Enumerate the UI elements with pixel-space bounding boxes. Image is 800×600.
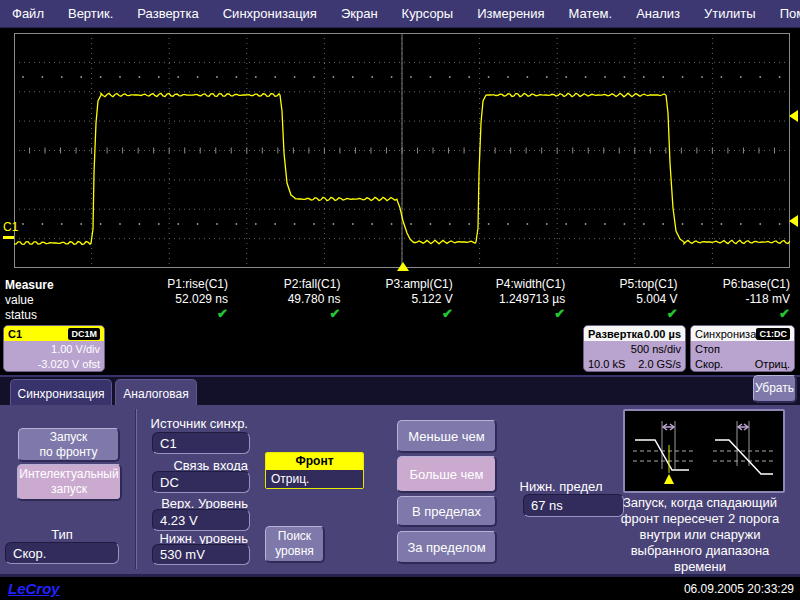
channel-vdiv: 1.00 V/div — [8, 342, 100, 357]
source-label: Источник синхр. — [130, 416, 248, 431]
measure-status-check-icon: ✔ — [680, 306, 790, 321]
slope-value: Отриц. — [266, 470, 363, 488]
trigger-description-line: Запуск, когда спадающий — [600, 495, 800, 511]
menu-item-1[interactable]: Файл — [12, 6, 44, 21]
measure-label: P6:base(C1) — [680, 277, 790, 292]
menu-item-8[interactable]: Матем. — [569, 6, 613, 21]
status-row-header: status — [5, 308, 37, 322]
smart-trigger-button[interactable]: Интелектуальный запуск — [17, 464, 122, 501]
trigger-position-arrow-icon[interactable] — [397, 262, 409, 271]
measure-status-check-icon: ✔ — [230, 306, 340, 321]
smart-trigger-dialog: Запуск по фронту Интелектуальный запуск … — [0, 405, 800, 577]
trigger-descriptor[interactable]: Синхрониза C1:DC Стоп Скор. Отриц. — [690, 325, 795, 372]
menu-item-11[interactable]: Помощь — [780, 6, 800, 21]
range-button-1[interactable]: Меньше чем — [397, 420, 497, 453]
trigger-description-line: внутри или снаружи — [600, 527, 800, 543]
measure-label: P4:width(C1) — [455, 277, 565, 292]
slew-rate-diagram — [623, 409, 785, 493]
tab-analog[interactable]: Аналоговая — [115, 379, 197, 407]
trigger-type: Скор. — [695, 357, 723, 372]
menu-item-5[interactable]: Экран — [341, 6, 378, 21]
slope-label: Фронт — [266, 453, 363, 470]
menu-item-9[interactable]: Анализ — [636, 6, 680, 21]
waveform-plot — [14, 33, 790, 268]
trigger-description: Запуск, когда спадающийфронт пересечет 2… — [600, 495, 800, 575]
timebase-title: Развертка — [588, 328, 643, 340]
slope-selector[interactable]: Фронт Отриц. — [265, 452, 364, 489]
type-field[interactable]: Скор. — [5, 542, 119, 564]
status-bar: LeCroy 06.09.2005 20:33:29 — [0, 577, 800, 600]
measure-status-check-icon: ✔ — [568, 306, 678, 321]
menu-bar: ФайлВертик.РазверткаСинхронизацияЭкранКу… — [0, 0, 800, 28]
menu-item-4[interactable]: Синхронизация — [223, 6, 317, 21]
timebase-delay: 0.00 µs — [644, 328, 681, 340]
measure-column-p2[interactable]: P2:fall(C1)49.780 ns✔ — [230, 277, 340, 325]
upper-level-field[interactable]: 4.23 V — [152, 509, 250, 531]
measure-value: 52.029 ns — [118, 292, 228, 306]
lecroy-logo: LeCroy — [8, 580, 60, 597]
menu-item-3[interactable]: Развертка — [137, 6, 198, 21]
measure-value: 1.249713 µs — [455, 292, 565, 306]
measure-column-p1[interactable]: P1:rise(C1)52.029 ns✔ — [118, 277, 228, 325]
find-level-button[interactable]: Поиск уровня — [265, 526, 325, 563]
trigger-slope: Отриц. — [755, 357, 790, 372]
edge-trigger-button[interactable]: Запуск по фронту — [18, 428, 120, 462]
channel-coupling-badge: DC1M — [68, 328, 100, 340]
range-button-4[interactable]: За пределом — [397, 531, 497, 564]
measure-value: -118 mV — [680, 292, 790, 306]
measure-label: P3:ampl(C1) — [343, 277, 453, 292]
timebase-samples: 10.0 kS — [588, 357, 625, 372]
upper-threshold-arrow-icon[interactable] — [789, 110, 798, 122]
dialog-tab-bar: Синхронизация Аналоговая — [0, 375, 800, 405]
menu-item-7[interactable]: Измерения — [477, 6, 544, 21]
slew-rate-diagram-graphic — [625, 411, 783, 491]
trigger-state: Стоп — [695, 342, 790, 357]
channel-zero-marker — [3, 236, 14, 239]
measure-row-header: Measure — [5, 278, 54, 292]
measure-label: P2:fall(C1) — [230, 277, 340, 292]
trigger-title: Синхрониза — [695, 328, 756, 340]
measure-status-check-icon: ✔ — [118, 306, 228, 321]
timebase-rate: 2.0 GS/s — [638, 357, 681, 372]
channel-descriptor[interactable]: C1 DC1M 1.00 V/div -3.020 V ofst — [3, 325, 105, 372]
menu-item-10[interactable]: Утилиты — [704, 6, 756, 21]
measure-label: P5:top(C1) — [568, 277, 678, 292]
measure-value: 5.122 V — [343, 292, 453, 306]
datetime: 06.09.2005 20:33:29 — [684, 582, 794, 596]
timebase-descriptor[interactable]: Развертка 0.00 µs 500 ns/div 10.0 kS 2.0… — [583, 325, 686, 372]
close-dialog-button[interactable]: Убрать — [753, 375, 797, 403]
trigger-description-line: времени — [600, 559, 800, 575]
measure-status-check-icon: ✔ — [343, 306, 453, 321]
lower-limit-label: Нижн. предел — [500, 479, 622, 494]
measure-column-p4[interactable]: P4:width(C1)1.249713 µs✔ — [455, 277, 565, 325]
measure-column-p3[interactable]: P3:ampl(C1)5.122 V✔ — [343, 277, 453, 325]
trigger-source-badge: C1:DC — [756, 328, 790, 340]
value-row-header: value — [5, 293, 34, 307]
channel-trace-label: C1 — [3, 220, 18, 234]
measure-status-check-icon: ✔ — [455, 306, 565, 321]
waveform-grid — [14, 33, 790, 268]
measure-column-p6[interactable]: P6:base(C1)-118 mV✔ — [680, 277, 790, 325]
menu-item-2[interactable]: Вертик. — [68, 6, 113, 21]
lower-threshold-arrow-icon[interactable] — [789, 215, 798, 227]
oscilloscope-screen: ФайлВертик.РазверткаСинхронизацияЭкранКу… — [0, 0, 800, 600]
measure-label: P1:rise(C1) — [118, 277, 228, 292]
range-button-2[interactable]: Больше чем — [397, 456, 497, 493]
measure-value: 5.004 V — [568, 292, 678, 306]
trigger-description-line: фронт пересечет 2 порога — [600, 511, 800, 527]
source-field[interactable]: C1 — [152, 432, 250, 454]
menu-item-6[interactable]: Курсоры — [402, 6, 454, 21]
type-label: Тип — [5, 527, 119, 542]
trigger-description-line: выбранного диапазона — [600, 543, 800, 559]
tab-trigger[interactable]: Синхронизация — [10, 379, 112, 407]
range-button-3[interactable]: В пределах — [397, 496, 497, 527]
lower-level-field[interactable]: 530 mV — [152, 544, 250, 565]
timebase-tdiv: 500 ns/div — [588, 342, 681, 357]
measure-column-p5[interactable]: P5:top(C1)5.004 V✔ — [568, 277, 678, 325]
channel-descriptor-title: C1 — [8, 328, 22, 340]
coupling-field[interactable]: DC — [152, 471, 250, 493]
measure-value: 49.780 ns — [230, 292, 340, 306]
channel-offset: -3.020 V ofst — [8, 357, 100, 372]
